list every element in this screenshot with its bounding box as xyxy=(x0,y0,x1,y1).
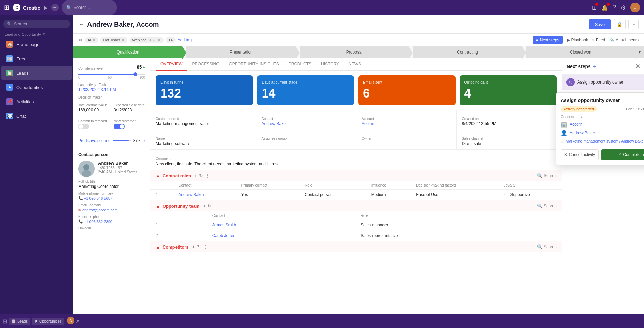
top-search-bar[interactable]: 🔍 Search... xyxy=(62,0,117,15)
taskbar-close[interactable]: ✕ xyxy=(76,318,80,324)
row-contact[interactable]: Andrew Baker xyxy=(173,190,236,200)
taskbar-leads[interactable]: 📋 Leads xyxy=(9,318,30,325)
col-loyalty: Loyalty xyxy=(498,181,562,190)
cancel-activity-button[interactable]: ✕ Cancel activity xyxy=(561,149,599,160)
contact-label: Contact xyxy=(262,117,351,121)
created-on-label: Created on xyxy=(462,117,551,121)
contact-roles-search[interactable]: 🔍 Search xyxy=(537,173,557,178)
tab-history[interactable]: HISTORY xyxy=(316,58,344,71)
tag-ai: AI ✕ xyxy=(85,37,98,43)
sidebar-chat-label: Chat xyxy=(16,114,26,119)
sidebar-search[interactable]: 🔍 Search... xyxy=(3,20,70,28)
sidebar-item-activities[interactable]: 📌 Activities xyxy=(1,95,72,108)
tab-overview[interactable]: OVERVIEW xyxy=(156,58,187,71)
next-steps-close-button[interactable]: ✕ xyxy=(635,63,640,70)
apps-icon[interactable]: ⊞ xyxy=(592,4,597,11)
sidebar-item-leads[interactable]: 📋 Leads xyxy=(1,66,72,80)
last-activity-time[interactable]: 3:11 PM xyxy=(101,87,116,92)
dropdown-icon[interactable]: ▾ xyxy=(207,121,209,126)
chevron-right-icon[interactable]: › xyxy=(143,138,145,144)
stage-presentation[interactable]: Presentation xyxy=(186,46,295,58)
sidebar-item-opportunities[interactable]: ⚑ Opportunities xyxy=(1,80,72,94)
total-contract-label: Total contract value xyxy=(78,103,110,107)
playbook-button[interactable]: ▶ Playbook xyxy=(567,38,588,42)
commit-forecast-toggle[interactable] xyxy=(78,124,89,129)
stage-contracting[interactable]: Contracting xyxy=(413,46,522,58)
play-icon[interactable]: ▶ xyxy=(44,5,48,10)
opportunity-team-section-header: ▲ Opportunity team + ↻ ⋮ 🔍 Search xyxy=(150,200,562,211)
popup-status-row: Activity not started Feb 9 9:50 PM - 10:… xyxy=(561,106,644,112)
more-contact-roles-icon[interactable]: ⋮ xyxy=(205,173,210,178)
save-button[interactable]: Save xyxy=(589,19,611,29)
feed-button[interactable]: ≡ Feed xyxy=(592,38,605,42)
sidebar-item-home[interactable]: 🏠 Home page xyxy=(1,38,72,51)
tag-more[interactable]: +4 xyxy=(166,37,176,43)
attachments-button[interactable]: 📎 Attachments xyxy=(609,38,639,42)
connection-andrew-name[interactable]: Andrew Baker xyxy=(570,131,595,135)
account-value[interactable]: Accom xyxy=(362,121,451,126)
contact-details: Andrew Baker 1/20/1986 · 37 2:46 AM · Un… xyxy=(98,161,138,174)
more-options-button[interactable]: ··· xyxy=(628,19,639,29)
connection-opp-name[interactable]: Marketing management system / Andrew Bak… xyxy=(566,139,644,143)
avatar-taskbar[interactable]: A xyxy=(67,317,74,326)
tag-hot-leads-close[interactable]: ✕ xyxy=(122,38,125,42)
row-contact[interactable]: Caleb Jones xyxy=(207,230,355,241)
new-customer-toggle[interactable] xyxy=(114,124,125,129)
tag-webinar-close[interactable]: ✕ xyxy=(158,38,161,42)
col-contact: Contact xyxy=(173,181,236,190)
more-team-icon[interactable]: ⋮ xyxy=(214,203,219,209)
next-step-assign[interactable]: ⬡ Assign opportunity owner xyxy=(562,75,644,90)
next-steps-button[interactable]: ● Next steps xyxy=(533,36,563,44)
business-phone[interactable]: 📞 +1 096 632 2890 xyxy=(78,219,145,224)
sidebar-leads-label: Leads xyxy=(16,71,28,76)
next-steps-add-button[interactable]: + xyxy=(593,63,596,70)
add-icon[interactable]: + xyxy=(51,4,59,11)
back-icon[interactable]: ← xyxy=(79,21,84,27)
taskbar-opportunities[interactable]: ⚑ Opportunities xyxy=(32,318,64,325)
feed-icon: 📰 xyxy=(6,55,13,62)
stage-proposal[interactable]: Proposal xyxy=(300,46,409,58)
contact-value[interactable]: Andrew Baker xyxy=(262,121,351,126)
field-contact: Contact Andrew Baker xyxy=(256,110,356,130)
edit-icon[interactable]: ✏ xyxy=(79,37,83,43)
grid-icon[interactable]: ⊞ xyxy=(4,4,9,11)
add-contact-role-button[interactable]: + xyxy=(194,173,197,178)
email-primary[interactable]: ✉ andrew@accom.com xyxy=(78,208,145,212)
tag-webinar: Webinar_2023 ✕ xyxy=(129,37,164,43)
tab-products[interactable]: PRODUCTS xyxy=(284,58,316,71)
help-icon[interactable]: ? xyxy=(613,4,616,11)
confidence-slider[interactable]: 0 50 100 xyxy=(78,74,145,79)
add-competitor-button[interactable]: + xyxy=(192,244,195,250)
add-team-member-button[interactable]: + xyxy=(203,203,206,209)
last-activity-date[interactable]: 14/03/2022 xyxy=(78,87,99,92)
stat-outgoing-calls: Outgoing calls 4 xyxy=(460,75,557,105)
tab-news[interactable]: NEWS xyxy=(344,58,366,71)
competitors-search[interactable]: 🔍 Search xyxy=(537,244,557,249)
taskbar-icon[interactable]: ⊟ xyxy=(3,318,7,325)
add-tag-button[interactable]: Add tag xyxy=(178,38,192,42)
refresh-contact-roles-icon[interactable]: ↻ xyxy=(199,173,203,178)
tab-opportunity-insights[interactable]: OPPORTUNITY INSIGHTS xyxy=(224,58,283,71)
mobile-phone[interactable]: 📞 +1 096 546 5687 xyxy=(78,196,145,200)
notifications-icon[interactable]: 🔔 xyxy=(601,4,608,11)
stat-days-funnel-value: 132 xyxy=(160,86,248,101)
sidebar-item-chat[interactable]: 💬 Chat xyxy=(1,109,72,123)
refresh-team-icon[interactable]: ↻ xyxy=(208,203,212,209)
stage-closed-won[interactable]: Closed won xyxy=(526,46,635,58)
lock-button[interactable]: 🔒 xyxy=(614,19,626,29)
row-num: 2 xyxy=(150,230,207,241)
connection-accom-name[interactable]: Accom xyxy=(570,122,582,127)
opportunity-team-search[interactable]: 🔍 Search xyxy=(537,204,557,208)
sidebar-item-feed[interactable]: 📰 Feed xyxy=(1,52,72,65)
stage-qualification[interactable]: Qualification xyxy=(73,46,182,58)
refresh-competitors-icon[interactable]: ↻ xyxy=(197,244,201,250)
tab-processing[interactable]: PROCESSING xyxy=(187,58,224,71)
settings-icon[interactable]: ⚙ xyxy=(621,4,626,11)
col-influence: Influence xyxy=(366,181,410,190)
more-competitors-icon[interactable]: ⋮ xyxy=(203,244,208,250)
row-contact[interactable]: James Smith xyxy=(207,220,355,230)
user-avatar[interactable]: U xyxy=(630,3,640,12)
overview-tabs: OVERVIEW PROCESSING OPPORTUNITY INSIGHTS… xyxy=(150,58,562,71)
tag-ai-close[interactable]: ✕ xyxy=(93,38,96,42)
complete-activity-button[interactable]: ✓ Complete acivity xyxy=(601,149,644,160)
